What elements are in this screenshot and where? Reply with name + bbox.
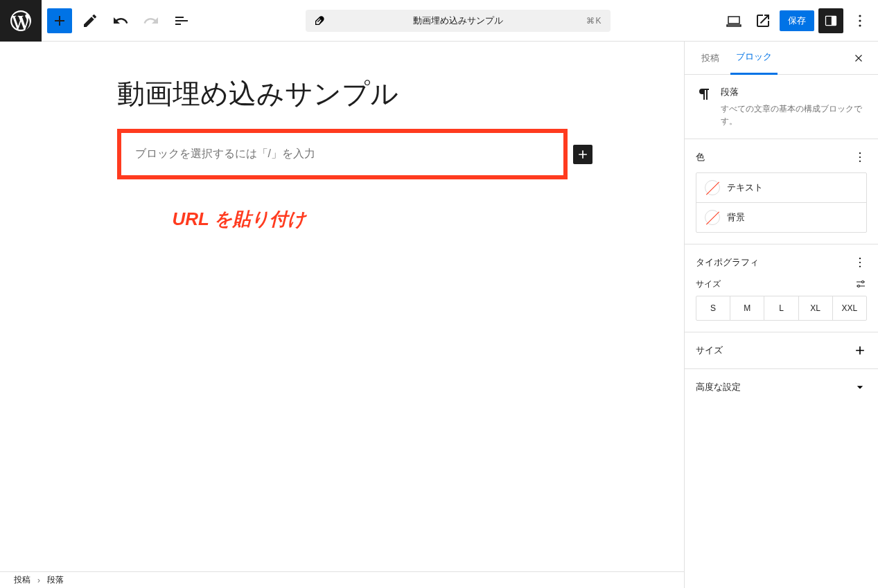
size-xxl[interactable]: XXL [832,296,866,320]
typography-options-button[interactable] [853,256,867,269]
breadcrumb-separator: › [37,576,40,585]
svg-point-8 [859,258,861,259]
svg-point-5 [859,152,861,154]
tab-post[interactable]: 投稿 [696,42,725,75]
edit-tools-button[interactable] [78,8,103,33]
color-section-title: 色 [696,151,705,163]
size-section-title: サイズ [696,344,723,357]
tab-block[interactable]: ブロック [730,42,778,75]
text-color-label: テキスト [727,181,763,194]
breadcrumb-current[interactable]: 段落 [47,574,64,586]
advanced-section-title: 高度な設定 [696,381,741,393]
document-title-bar[interactable]: 動画埋め込みサンプル ⌘K [306,10,611,32]
breadcrumb-root[interactable]: 投稿 [14,574,30,586]
block-placeholder: ブロックを選択するには「/」を入力 [135,147,550,161]
svg-point-6 [859,157,861,158]
size-m[interactable]: M [730,296,764,320]
document-outline-button[interactable] [169,8,194,33]
chevron-down-icon [853,380,867,394]
size-section-row[interactable]: サイズ [696,344,867,357]
options-menu-button[interactable] [848,8,872,33]
typography-section-title: タイポグラフィ [696,256,759,269]
text-color-row[interactable]: テキスト [696,173,866,202]
annotation-text: URL を貼り付け [117,207,568,231]
view-button[interactable] [721,8,746,33]
text-color-swatch [705,180,720,195]
save-button[interactable]: 保存 [780,10,814,31]
background-color-label: 背景 [727,211,745,224]
top-toolbar: 動画埋め込みサンプル ⌘K 保存 [0,0,878,42]
close-sidebar-button[interactable] [850,50,867,66]
paragraph-block-highlighted[interactable]: ブロックを選択するには「/」を入力 [117,129,568,179]
feather-icon [314,15,325,26]
svg-point-11 [862,281,864,283]
svg-point-9 [859,262,861,263]
svg-point-12 [858,285,860,287]
post-title[interactable]: 動画埋め込みサンプル [117,76,568,126]
undo-button[interactable] [108,8,133,33]
document-title: 動画埋め込みサンプル [331,15,587,27]
color-options-button[interactable] [853,150,867,164]
sidebar-toggle-button[interactable] [818,8,843,33]
breadcrumb: 投稿 › 段落 [0,571,684,588]
advanced-section-row[interactable]: 高度な設定 [696,380,867,394]
add-block-button[interactable] [47,8,72,33]
svg-point-2 [859,15,861,17]
editor-canvas[interactable]: 動画埋め込みサンプル ブロックを選択するには「/」を入力 URL を貼り付け [0,42,684,571]
wordpress-logo[interactable] [0,0,42,42]
svg-rect-1 [832,16,836,25]
redo-button[interactable] [139,8,164,33]
preview-external-button[interactable] [750,8,775,33]
size-l[interactable]: L [764,296,798,320]
svg-point-10 [859,266,861,267]
plus-icon [853,344,867,357]
size-settings-icon[interactable] [854,278,867,290]
shortcut-hint: ⌘K [586,16,602,26]
inline-add-block-button[interactable] [573,145,592,164]
size-s[interactable]: S [696,296,730,320]
font-size-group: S M L XL XXL [696,296,867,321]
settings-sidebar: 投稿 ブロック 段落 すべての文章の基本の構成ブロックです。 [684,42,878,588]
svg-point-7 [859,161,861,162]
svg-point-3 [859,19,861,21]
size-label: サイズ [696,278,721,290]
paragraph-icon [696,86,712,127]
svg-point-4 [859,24,861,26]
size-xl[interactable]: XL [798,296,832,320]
background-color-swatch [705,210,720,225]
block-name: 段落 [721,86,867,98]
block-description: すべての文章の基本の構成ブロックです。 [721,103,867,127]
background-color-row[interactable]: 背景 [696,202,866,232]
